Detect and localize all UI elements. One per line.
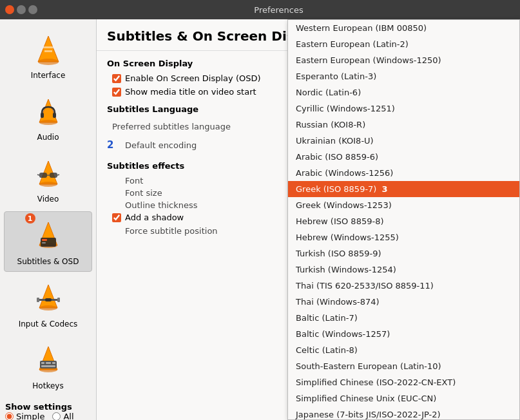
dropdown-item-14[interactable]: Turkish (ISO 8859-9): [288, 245, 519, 262]
show-media-title-checkbox[interactable]: [112, 88, 121, 97]
sidebar: Interface Audio: [0, 19, 97, 420]
default-encoding-label: Default encoding: [125, 140, 228, 150]
encoding-dropdown[interactable]: Western European (IBM 00850)Eastern Euro…: [287, 19, 520, 420]
enable-osd-label: Enable On Screen Display (OSD): [125, 73, 261, 83]
radio-group: Simple All: [5, 412, 91, 420]
svg-rect-29: [40, 361, 57, 368]
interface-icon: [29, 31, 68, 70]
dropdown-item-7[interactable]: Ukrainian (KOI8-U): [288, 133, 519, 149]
sidebar-label-interface: Interface: [31, 71, 66, 80]
radio-all-label[interactable]: All: [52, 412, 73, 420]
dropdown-item-9[interactable]: Arabic (Windows-1256): [288, 165, 519, 181]
dropdown-item-16[interactable]: Thai (TIS 620-2533/ISO 8859-11): [288, 278, 519, 294]
svg-rect-7: [53, 113, 56, 118]
dropdown-item-13[interactable]: Hebrew (Windows-1255): [288, 229, 519, 245]
dropdown-item-18[interactable]: Baltic (Latin-7): [288, 310, 519, 326]
sidebar-label-subtitles: Subtitles & OSD: [17, 257, 79, 266]
show-settings-row: Show settings: [5, 402, 91, 412]
svg-marker-0: [38, 36, 59, 62]
hotkeys-icon: [29, 341, 68, 380]
window-controls: [5, 5, 37, 14]
sidebar-label-input: Input & Codecs: [19, 320, 78, 329]
svg-rect-11: [50, 173, 57, 178]
dropdown-item-22[interactable]: Simplified Chinese (ISO-2022-CN-EXT): [288, 374, 519, 390]
radio-simple[interactable]: [5, 412, 14, 420]
sidebar-item-input[interactable]: Input & Codecs: [4, 274, 92, 334]
dropdown-item-5[interactable]: Cyrillic (Windows-1251): [288, 100, 519, 117]
svg-line-14: [57, 175, 59, 175]
dropdown-item-24[interactable]: Japanese (7-bits JIS/ISO-2022-JP-2): [288, 406, 519, 420]
show-media-title-label: Show media title on video start: [125, 87, 256, 97]
svg-rect-6: [41, 113, 44, 118]
svg-rect-23: [37, 298, 39, 302]
sidebar-label-video: Video: [37, 195, 59, 204]
maximize-button[interactable]: [28, 5, 37, 14]
dropdown-item-4[interactable]: Nordic (Latin-6): [288, 84, 519, 100]
dropdown-item-11[interactable]: Greek (Windows-1253): [288, 197, 519, 213]
dropdown-item-8[interactable]: Arabic (ISO 8859-6): [288, 149, 519, 165]
sidebar-label-audio: Audio: [37, 133, 59, 142]
svg-rect-33: [41, 365, 55, 367]
svg-point-5: [39, 120, 57, 125]
svg-rect-30: [41, 362, 44, 364]
add-shadow-checkbox[interactable]: [112, 213, 121, 222]
svg-rect-2: [43, 46, 53, 48]
font-label: Font: [125, 176, 143, 186]
dropdown-item-17[interactable]: Thai (Windows-874): [288, 294, 519, 310]
dropdown-item-6[interactable]: Russian (KOI8-R): [288, 117, 519, 133]
svg-rect-10: [39, 173, 47, 178]
minimize-button[interactable]: [17, 5, 26, 14]
svg-rect-25: [57, 298, 60, 302]
svg-rect-3: [44, 50, 52, 52]
sidebar-item-interface[interactable]: Interface: [4, 26, 92, 85]
svg-point-21: [39, 305, 57, 310]
dropdown-item-20[interactable]: Celtic (Latin-8): [288, 342, 519, 358]
sidebar-label-hotkeys: Hotkeys: [32, 381, 63, 390]
dropdown-item-1[interactable]: Eastern European (Latin-2): [288, 36, 519, 52]
video-icon: [29, 155, 68, 193]
add-shadow-label: Add a shadow: [125, 213, 184, 222]
svg-rect-19: [42, 242, 46, 243]
dropdown-item-3[interactable]: Esperanto (Latin-3): [288, 68, 519, 84]
preferred-subtitles-label: Preferred subtitles language: [112, 122, 231, 131]
titlebar: Preferences: [0, 0, 520, 19]
sidebar-item-hotkeys[interactable]: Hotkeys: [4, 336, 92, 396]
svg-rect-32: [52, 362, 55, 364]
svg-rect-18: [42, 239, 47, 241]
outline-thickness-label: Outline thickness: [125, 200, 198, 210]
input-icon: [29, 280, 68, 318]
svg-marker-20: [39, 285, 57, 308]
force-subtitle-label: Force subtitle position: [125, 226, 218, 236]
svg-point-1: [38, 59, 59, 65]
dropdown-item-10[interactable]: Greek (ISO 8859-7)3: [288, 181, 519, 197]
dropdown-item-15[interactable]: Turkish (Windows-1254): [288, 262, 519, 278]
audio-icon: [29, 93, 68, 131]
bottom-sidebar: Show settings Simple All Reset Preferenc…: [0, 397, 96, 420]
close-button[interactable]: [5, 5, 14, 14]
subtitles-icon: [29, 217, 68, 256]
dropdown-item-2[interactable]: Eastern European (Windows-1250): [288, 52, 519, 68]
dropdown-item-12[interactable]: Hebrew (ISO 8859-8): [288, 213, 519, 229]
show-settings-label: Show settings: [5, 402, 72, 412]
sidebar-item-audio[interactable]: Audio: [4, 88, 92, 147]
font-size-label: Font size: [125, 188, 162, 198]
window-title: Preferences: [43, 5, 515, 15]
sidebar-item-video[interactable]: Video: [4, 149, 92, 209]
svg-line-13: [37, 175, 39, 175]
svg-rect-26: [45, 298, 52, 301]
dropdown-item-23[interactable]: Simplified Chinese Unix (EUC-CN): [288, 390, 519, 406]
dropdown-item-19[interactable]: Baltic (Windows-1257): [288, 326, 519, 342]
dropdown-item-21[interactable]: South-Eastern European (Latin-10): [288, 358, 519, 374]
enable-osd-checkbox[interactable]: [112, 74, 121, 83]
radio-all[interactable]: [52, 412, 61, 420]
dropdown-item-0[interactable]: Western European (IBM 00850): [288, 20, 519, 36]
encoding-number: 2: [107, 139, 120, 151]
main-container: Interface Audio: [0, 19, 520, 420]
subtitles-badge: 1: [25, 213, 35, 224]
svg-rect-31: [46, 362, 51, 364]
sidebar-item-subtitles[interactable]: 1 Subtitles & OSD: [4, 211, 92, 272]
svg-point-9: [39, 182, 57, 187]
radio-simple-label[interactable]: Simple: [5, 412, 44, 420]
